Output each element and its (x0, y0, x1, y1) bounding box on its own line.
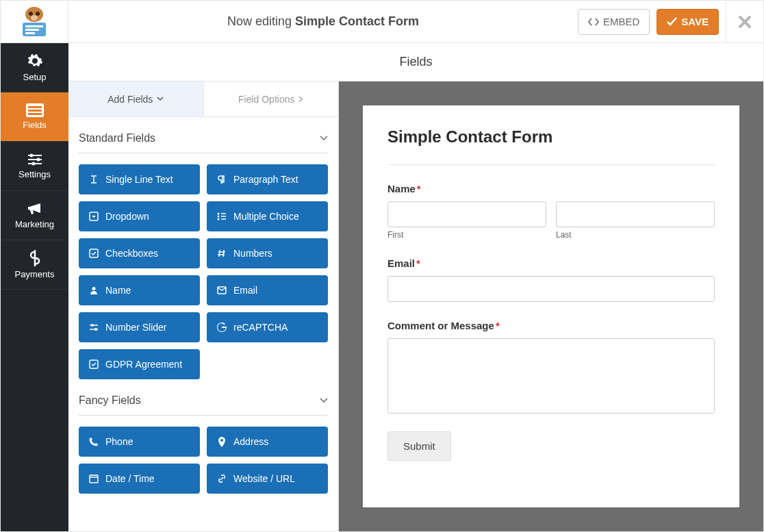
vnav-setup[interactable]: Setup (1, 43, 68, 92)
field-numbers[interactable]: Numbers (207, 238, 328, 268)
svg-point-13 (36, 158, 40, 162)
vnav-payments[interactable]: Payments (1, 240, 68, 290)
embed-label: EMBED (603, 16, 639, 27)
comment-label: Comment or Message (387, 320, 494, 331)
preview-name-field[interactable]: Name* First Last (387, 183, 715, 240)
submit-button[interactable]: Submit (387, 431, 451, 461)
check-square-icon (88, 249, 99, 259)
field-recaptcha[interactable]: reCAPTCHA (207, 312, 328, 342)
field-label: Website / URL (233, 473, 295, 484)
field-single-line-text[interactable]: Single Line Text (79, 164, 200, 194)
page-title: Fields (68, 43, 763, 81)
sliders-icon (27, 153, 43, 166)
svg-rect-6 (25, 29, 39, 31)
svg-point-3 (31, 15, 38, 21)
first-name-sublabel: First (387, 230, 546, 240)
tab-label: Add Fields (107, 94, 153, 105)
vnav-marketing[interactable]: Marketing (1, 191, 68, 240)
envelope-icon (216, 286, 227, 296)
chevron-down-icon (157, 97, 164, 101)
save-button[interactable]: SAVE (657, 9, 719, 35)
field-address[interactable]: Address (207, 427, 328, 457)
close-icon (738, 15, 752, 29)
link-icon (216, 474, 227, 484)
comment-textarea[interactable] (387, 338, 715, 414)
chevron-down-icon (320, 136, 328, 141)
google-icon (216, 322, 227, 333)
svg-point-20 (92, 287, 95, 290)
svg-point-22 (91, 324, 94, 327)
field-label: Numbers (233, 248, 272, 259)
field-label: GDPR Agreement (105, 359, 182, 370)
vertical-nav: Setup Fields Settings Marketing Payments (1, 43, 68, 531)
map-pin-icon (216, 437, 227, 447)
editing-prefix: Now editing (227, 14, 292, 28)
svg-rect-11 (28, 113, 42, 115)
vnav-label: Settings (18, 169, 51, 179)
first-name-input[interactable] (387, 201, 546, 227)
caret-square-icon (88, 212, 99, 222)
list-icon (216, 212, 227, 222)
text-cursor-icon (88, 175, 99, 185)
preview-comment-field[interactable]: Comment or Message* (387, 320, 715, 414)
field-name[interactable]: Name (79, 275, 200, 305)
tab-field-options[interactable]: Field Options (203, 81, 339, 117)
tab-label: Field Options (238, 94, 294, 105)
field-date-time[interactable]: Date / Time (79, 464, 200, 494)
svg-rect-25 (90, 475, 98, 483)
form-preview: Simple Contact Form Name* First (339, 81, 763, 531)
svg-rect-5 (25, 25, 43, 27)
vnav-label: Setup (23, 72, 47, 82)
field-label: Multiple Choice (233, 211, 299, 222)
field-dropdown[interactable]: Dropdown (79, 201, 200, 231)
last-name-input[interactable] (556, 201, 715, 227)
svg-rect-7 (25, 32, 35, 34)
phone-icon (88, 437, 99, 447)
field-label: Single Line Text (105, 174, 173, 185)
svg-point-16 (217, 213, 219, 215)
vnav-fields[interactable]: Fields (1, 92, 68, 142)
svg-point-23 (94, 328, 97, 331)
svg-point-2 (36, 12, 40, 16)
fields-scroll[interactable]: Standard Fields Single Line Text Paragra… (68, 117, 338, 531)
editing-title: Now editing Simple Contact Form (68, 14, 578, 29)
vnav-label: Fields (23, 120, 47, 130)
close-button[interactable] (726, 1, 763, 43)
field-label: Dropdown (105, 211, 149, 222)
section-standard-fields[interactable]: Standard Fields (79, 117, 328, 153)
gear-icon (27, 53, 43, 69)
layout-icon (26, 103, 44, 117)
svg-point-1 (29, 12, 33, 16)
field-gdpr-agreement[interactable]: GDPR Agreement (79, 349, 200, 379)
save-label: SAVE (681, 16, 709, 27)
field-label: Email (233, 285, 257, 296)
svg-rect-10 (28, 110, 42, 112)
last-name-sublabel: Last (556, 230, 715, 240)
sliders-h-icon (88, 322, 99, 333)
field-email[interactable]: Email (207, 275, 328, 305)
required-asterisk: * (496, 320, 500, 331)
field-number-slider[interactable]: Number Slider (79, 312, 200, 342)
section-fancy-fields[interactable]: Fancy Fields (79, 379, 328, 416)
field-label: Number Slider (105, 322, 166, 333)
field-multiple-choice[interactable]: Multiple Choice (207, 201, 328, 231)
field-label: Checkboxes (105, 248, 158, 259)
embed-button[interactable]: EMBED (578, 9, 650, 35)
svg-point-14 (31, 162, 35, 166)
field-website-url[interactable]: Website / URL (207, 464, 328, 494)
preview-email-field[interactable]: Email* (387, 257, 715, 302)
email-input[interactable] (387, 276, 715, 302)
calendar-icon (88, 474, 99, 484)
dollar-icon (29, 250, 40, 266)
field-phone[interactable]: Phone (79, 427, 200, 457)
field-paragraph-text[interactable]: Paragraph Text (207, 164, 328, 194)
vnav-settings[interactable]: Settings (1, 142, 68, 191)
tab-add-fields[interactable]: Add Fields (68, 81, 203, 117)
user-icon (88, 286, 99, 296)
name-label: Name (387, 183, 416, 194)
section-title: Standard Fields (79, 132, 155, 144)
field-checkboxes[interactable]: Checkboxes (79, 238, 200, 268)
required-asterisk: * (417, 183, 421, 194)
svg-point-17 (217, 216, 219, 218)
field-label: Phone (105, 436, 133, 447)
